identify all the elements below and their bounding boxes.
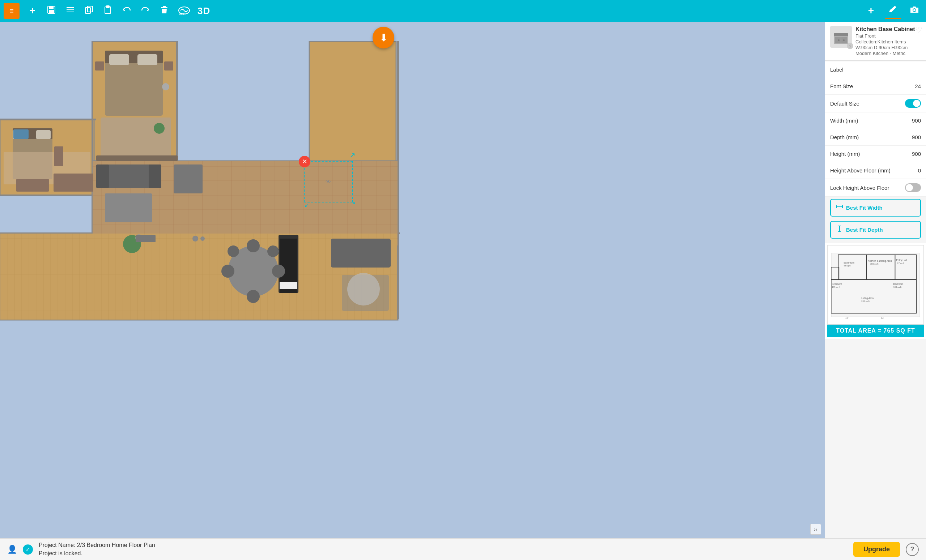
nav-right-button[interactable]: ›› — [810, 524, 821, 535]
svg-point-69 — [227, 246, 239, 257]
add-right-button[interactable]: + — [863, 3, 879, 19]
add-button[interactable]: + — [24, 3, 41, 19]
total-area-text: TOTAL AREA = 765 SQ FT — [836, 328, 915, 334]
undo-icon — [121, 5, 132, 17]
svg-rect-24 — [0, 195, 96, 196]
delete-icon — [159, 5, 169, 17]
svg-point-41 — [154, 123, 165, 134]
best-fit-depth-button[interactable]: Best Fit Depth — [830, 221, 921, 238]
svg-text:236 sq ft: 236 sq ft — [861, 300, 870, 302]
svg-rect-47 — [36, 130, 51, 139]
object-thumbnail: ℹ — [830, 26, 852, 48]
total-area-bar: TOTAL AREA = 765 SQ FT — [827, 325, 924, 337]
svg-point-67 — [221, 265, 235, 278]
resize-handle[interactable]: ↘ — [351, 198, 356, 205]
svg-point-81 — [838, 39, 840, 41]
redo-button[interactable] — [138, 3, 153, 19]
label-input[interactable] — [896, 66, 921, 72]
best-fit-width-button[interactable]: Best Fit Width — [830, 199, 921, 217]
svg-text:150 sq ft: 150 sq ft — [870, 263, 879, 265]
default-size-toggle[interactable] — [905, 99, 921, 108]
lock-height-toggle[interactable] — [905, 183, 921, 192]
svg-rect-52 — [53, 174, 93, 192]
lock-height-row: Lock Height Above Floor — [825, 179, 926, 197]
object-collection: Collection:Kitchen Items — [855, 39, 921, 44]
label-label: Label — [830, 66, 844, 72]
view360-button[interactable]: 360° — [175, 3, 193, 19]
lock-height-label: Lock Height Above Floor — [830, 185, 889, 191]
project-info: Project Name: 2/3 Bedroom Home Floor Pla… — [39, 541, 155, 557]
svg-text:Bedroom: Bedroom — [832, 283, 842, 285]
height-value: 900 — [912, 151, 921, 157]
delete-button[interactable] — [156, 3, 172, 19]
object-details: Kitchen Base Cabinet Flat Front Collecti… — [855, 26, 921, 56]
layers-button[interactable] — [62, 3, 78, 19]
right-panel: ℹ Kitchen Base Cabinet Flat Front Collec… — [825, 22, 926, 538]
favorite-button[interactable]: ♡ — [915, 25, 922, 35]
mini-map: Bathroom 48 sq ft Kitchen & Dining Area … — [825, 243, 926, 339]
mini-map-image: Bathroom 48 sq ft Kitchen & Dining Area … — [827, 245, 924, 325]
width-value: 900 — [912, 118, 921, 124]
menu-button[interactable]: ≡ — [4, 3, 20, 19]
svg-rect-10 — [163, 6, 166, 7]
project-locked: Project is locked. — [39, 549, 155, 557]
svg-text:103 sq ft: 103 sq ft — [893, 286, 902, 288]
svg-rect-9 — [106, 6, 109, 8]
svg-rect-51 — [16, 179, 49, 192]
object-name: Kitchen Base Cabinet — [855, 26, 921, 33]
upgrade-button[interactable]: Upgrade — [853, 542, 900, 557]
svg-text:Kitchen & Dining Area: Kitchen & Dining Area — [868, 260, 892, 263]
svg-rect-43 — [96, 155, 178, 161]
camera-icon — [909, 5, 920, 17]
svg-rect-54 — [96, 165, 109, 188]
canvas-area[interactable]: ✕ ↗ ↘ 👁 ↙ ⬇ ›› — [0, 22, 825, 538]
view3d-button[interactable]: 3D — [198, 5, 210, 17]
label-row: Label — [825, 62, 926, 78]
height-label: Height (mm) — [830, 151, 860, 157]
svg-rect-57 — [174, 165, 203, 193]
project-name: Project Name: 2/3 Bedroom Home Floor Pla… — [39, 541, 155, 549]
save-button[interactable] — [44, 3, 59, 19]
pencil-icon — [888, 5, 898, 17]
move-handle-left[interactable]: ↙ — [304, 202, 309, 208]
help-button[interactable]: ? — [906, 543, 919, 556]
svg-rect-56 — [105, 193, 152, 222]
download-fab[interactable]: ⬇ — [372, 27, 394, 48]
font-size-label: Font Size — [830, 83, 853, 89]
paste-button[interactable] — [100, 3, 116, 19]
floor-plan-svg — [0, 22, 825, 538]
object-style: Modern Kitchen - Metric — [855, 51, 921, 56]
download-icon: ⬇ — [380, 32, 388, 44]
lock-status-icon: ✓ — [23, 545, 33, 555]
svg-rect-50 — [54, 146, 63, 166]
delete-object-button[interactable]: ✕ — [299, 156, 310, 168]
view360-icon: 360° — [178, 5, 191, 17]
font-size-row: Font Size 24 — [825, 78, 926, 95]
svg-rect-79 — [835, 37, 841, 44]
status-bar: 👤 ✓ Project Name: 2/3 Bedroom Home Floor… — [0, 538, 926, 560]
svg-rect-37 — [138, 54, 157, 65]
depth-label: Depth (mm) — [830, 134, 859, 140]
rotate-handle[interactable]: ↗ — [350, 151, 356, 159]
svg-point-65 — [247, 239, 260, 252]
svg-point-42 — [162, 83, 169, 91]
svg-rect-78 — [834, 33, 848, 36]
duplicate-button[interactable] — [81, 3, 97, 19]
screenshot-button[interactable] — [906, 3, 922, 19]
svg-rect-36 — [109, 54, 129, 65]
add-icon: + — [30, 5, 35, 17]
upgrade-label: Upgrade — [863, 545, 890, 553]
svg-point-66 — [247, 290, 260, 303]
svg-rect-60 — [280, 282, 297, 289]
object-dims: W:90cm D:90cm H:90cm — [855, 45, 921, 50]
main-content: ✕ ↗ ↘ 👁 ↙ ⬇ ›› — [0, 22, 926, 538]
undo-button[interactable] — [119, 3, 135, 19]
svg-point-82 — [843, 39, 844, 41]
best-fit-width-label: Best Fit Width — [846, 205, 882, 211]
edit-button[interactable] — [885, 3, 901, 19]
svg-rect-11 — [161, 7, 168, 8]
svg-text:360°: 360° — [179, 12, 185, 15]
floor-plan[interactable]: ✕ ↗ ↘ 👁 ↙ ⬇ ›› — [0, 22, 825, 538]
add-right-icon: + — [868, 5, 874, 17]
nav-right-icon: ›› — [814, 526, 817, 532]
